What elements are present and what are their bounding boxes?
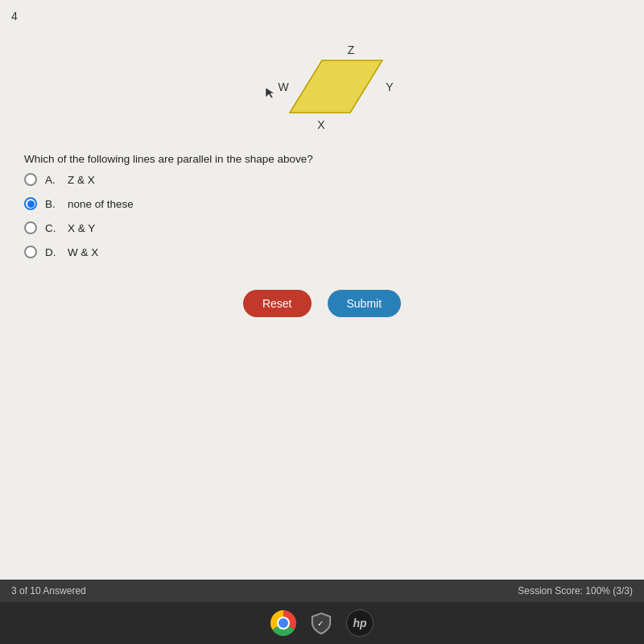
radio-b-fill xyxy=(27,200,35,208)
cursor-icon xyxy=(264,86,275,99)
option-c-text: X & Y xyxy=(68,222,95,234)
submit-button[interactable]: Submit xyxy=(328,290,402,317)
question-number: 4 xyxy=(11,10,18,23)
option-b-text: none of these xyxy=(68,198,134,210)
svg-marker-1 xyxy=(290,60,382,113)
reset-button[interactable]: Reset xyxy=(243,290,312,317)
status-left: 3 of 10 Answered xyxy=(11,585,86,597)
option-d[interactable]: D. W & X xyxy=(24,246,134,258)
buttons-container: Reset Submit xyxy=(0,290,644,317)
question-text: Which of the following lines are paralle… xyxy=(24,153,313,165)
radio-a[interactable] xyxy=(24,173,37,186)
svg-text:W: W xyxy=(278,80,289,93)
taskbar: 3 of 10 Answered Session Score: 100% (3/… xyxy=(0,580,644,644)
radio-d[interactable] xyxy=(24,246,37,258)
chrome-icon[interactable] xyxy=(270,610,296,636)
option-a[interactable]: A. Z & X xyxy=(24,173,134,186)
svg-text:X: X xyxy=(317,118,325,131)
option-a-letter: A. xyxy=(45,174,60,186)
svg-text:✓: ✓ xyxy=(317,619,324,628)
radio-b[interactable] xyxy=(24,197,37,210)
option-c[interactable]: C. X & Y xyxy=(24,221,134,234)
option-c-letter: C. xyxy=(45,222,60,234)
status-right: Session Score: 100% (3/3) xyxy=(518,585,633,597)
option-b-letter: B. xyxy=(45,198,60,210)
radio-c[interactable] xyxy=(24,221,37,234)
screen: 4 Z W Y X xyxy=(0,0,644,580)
shape-container: Z W Y X xyxy=(0,24,644,153)
options-container: A. Z & X B. none of these C. X & Y D. W … xyxy=(24,173,134,258)
svg-text:Y: Y xyxy=(386,80,394,93)
option-b[interactable]: B. none of these xyxy=(24,197,134,210)
svg-marker-0 xyxy=(266,88,275,98)
svg-text:Z: Z xyxy=(348,43,355,56)
option-d-text: W & X xyxy=(68,246,98,258)
shield-icon[interactable]: ✓ xyxy=(309,611,333,635)
hp-logo: hp xyxy=(346,609,374,637)
status-bar: 3 of 10 Answered Session Score: 100% (3/… xyxy=(0,580,644,602)
taskbar-icons: ✓ hp xyxy=(0,602,644,644)
option-d-letter: D. xyxy=(45,246,60,258)
option-a-text: Z & X xyxy=(68,174,95,186)
